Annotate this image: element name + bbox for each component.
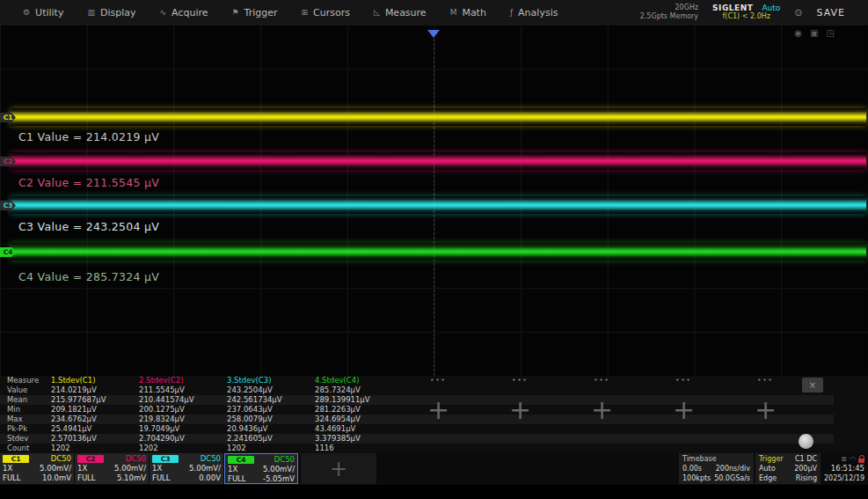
channel-box-c3[interactable]: C3DC501X5.00mV/FULL0.00V <box>150 453 223 484</box>
close-measure-panel-button[interactable]: × <box>802 378 823 393</box>
trigger-mode: Auto <box>759 464 776 473</box>
channel-value-label-c4: C4 Value = 285.7324 μV <box>18 270 159 283</box>
measure-cell: 242.561734μV <box>227 395 313 405</box>
add-measurement-button[interactable]: + <box>479 397 561 423</box>
menu-label: Cursors <box>313 7 350 18</box>
trace-c2[interactable] <box>11 152 866 170</box>
menu-item-measure[interactable]: ◺Measure <box>374 7 427 18</box>
cursors-icon: ⊞ <box>302 8 309 17</box>
channel-scale: 5.00mV/ <box>40 464 71 473</box>
add-measurement-button[interactable]: + <box>398 397 479 423</box>
measure-empty-slot[interactable]: •••+ <box>479 376 561 453</box>
measure-empty-slot[interactable]: •••+ <box>561 376 643 453</box>
trigger-source: C1 DC <box>795 454 817 464</box>
utility-icon: ⚙ <box>23 8 30 17</box>
channel-box-c1[interactable]: C1DC501X5.00mV/FULL10.0mV <box>0 453 74 484</box>
channel-value-label-c1: C1 Value = 214.0219 μV <box>18 130 159 143</box>
lock-icon <box>858 459 864 463</box>
channel-bandwidth: FULL <box>152 473 171 483</box>
trigger-icon: ⚑ <box>232 8 239 17</box>
measure-cell: 258.0079μV <box>227 415 313 424</box>
trigger-panel[interactable]: Trigger C1 DC Auto 200μV Edge Rising <box>755 453 821 484</box>
slot-menu-icon[interactable]: ••• <box>561 377 643 384</box>
measure-panel: MeasureValueMeanMinMaxPk-PkStdevCount 1.… <box>0 376 868 453</box>
measure-cell: 214.0219μV <box>51 385 137 395</box>
measure-cell: 237.0643μV <box>227 405 313 415</box>
channel-attenuation: 1X <box>77 464 87 473</box>
trigger-position-indicator[interactable] <box>427 30 440 38</box>
menu-items: ⚙Utility▥Display∿Acquire⚑Trigger⊞Cursors… <box>23 7 558 18</box>
brand-block: SIGLENT Auto f(C1) < 2.0Hz <box>712 4 780 21</box>
channel-scale: 5.00mV/ <box>263 465 295 474</box>
slot-menu-icon[interactable]: ••• <box>725 377 806 384</box>
menu-item-acquire[interactable]: ∿Acquire <box>160 7 208 18</box>
camera-icon[interactable]: ◉ <box>794 28 802 38</box>
channel-bandwidth: FULL <box>3 473 21 483</box>
channel-box-c4[interactable]: C4DC501X5.00mV/FULL-5.05mV <box>224 453 298 484</box>
trace-c1[interactable] <box>11 108 866 126</box>
channel-offset: 0.00V <box>199 473 221 483</box>
trace-c3[interactable] <box>11 196 866 214</box>
measure-row-label: Mean <box>7 395 49 405</box>
menu-label: Measure <box>385 7 427 18</box>
add-channel-button[interactable]: + <box>301 453 376 484</box>
channel-bandwidth: FULL <box>77 473 96 483</box>
menu-item-utility[interactable]: ⚙Utility <box>23 7 63 18</box>
slot-menu-icon[interactable]: ••• <box>479 377 561 384</box>
menu-item-cursors[interactable]: ⊞Cursors <box>302 7 350 18</box>
measure-column-2[interactable]: 2.Stdev(C2)211.5545μV210.441574μV200.127… <box>139 376 225 453</box>
timebase-panel[interactable]: Timebase 0.00s 200ns/div 100kpts 50.0GSa… <box>679 453 754 484</box>
slot-menu-icon[interactable]: ••• <box>643 377 725 384</box>
measure-cell: 234.6762μV <box>51 415 137 424</box>
add-measurement-button[interactable]: + <box>561 397 643 423</box>
fullscreen-icon[interactable]: ▣ <box>810 28 818 38</box>
display-tool-icons: ◉▣◳ <box>794 28 835 38</box>
add-measurement-button[interactable]: + <box>725 397 806 423</box>
measure-cell: 1202 <box>139 444 225 453</box>
measure-cell: 2.241605μV <box>227 434 313 444</box>
status-right: 20GHz 2.5Gpts Memory SIGLENT Auto f(C1) … <box>640 4 857 21</box>
waveform-display[interactable]: ◉▣◳ C1C1 Value = 214.0219 μVC2C2 Value =… <box>0 25 868 376</box>
timebase-scale: 200ns/div <box>716 464 750 473</box>
timebase-samplerate: 50.0GSa/s <box>714 473 750 483</box>
measure-cell: 281.2263μV <box>315 405 401 415</box>
measure-cell: 2.570136μV <box>51 434 137 444</box>
menu-label: Trigger <box>244 7 278 18</box>
measure-empty-slot[interactable]: •••+ <box>643 376 725 453</box>
measure-cell: 285.7324μV <box>315 385 401 395</box>
channel-attenuation: 1X <box>152 464 162 473</box>
add-measurement-button[interactable]: + <box>643 397 725 423</box>
measure-cell: 215.977687μV <box>51 395 137 405</box>
channel-chip: C1 <box>3 455 29 463</box>
measure-row-labels: MeasureValueMeanMinMaxPk-PkStdevCount <box>7 376 49 453</box>
channel-coupling: DC50 <box>274 455 295 465</box>
menu-item-math[interactable]: MMath <box>450 7 486 18</box>
measure-column-3[interactable]: 3.Stdev(C3)243.2504μV242.561734μV237.064… <box>227 376 313 453</box>
measure-empty-slot[interactable]: •••+ <box>398 376 479 453</box>
measure-panel-handle[interactable] <box>799 434 813 449</box>
window-icon[interactable]: ◳ <box>827 28 835 38</box>
measure-icon: ◺ <box>374 8 380 17</box>
menu-label: Math <box>462 7 486 18</box>
timebase-points: 100kpts <box>682 473 711 483</box>
menu-item-display[interactable]: ▥Display <box>87 7 135 18</box>
menu-label: Analysis <box>518 7 558 18</box>
channel-coupling: DC50 <box>51 454 71 464</box>
channel-chip: C3 <box>152 455 179 463</box>
analysis-icon: ƒ <box>510 8 513 17</box>
slot-menu-icon[interactable]: ••• <box>398 377 479 384</box>
measure-column-4[interactable]: 4.Stdev(C4)285.7324μV289.139911μV281.226… <box>315 376 401 453</box>
save-icon[interactable]: ⊙ <box>794 7 802 18</box>
menu-item-trigger[interactable]: ⚑Trigger <box>232 7 278 18</box>
bandwidth-label: 20GHz <box>675 4 699 12</box>
trigger-type: Edge <box>759 473 777 483</box>
measure-column-1[interactable]: 1.Stdev(C1)214.0219μV215.977687μV209.182… <box>51 376 137 453</box>
save-button[interactable]: SAVE <box>817 7 845 18</box>
menu-item-analysis[interactable]: ƒAnalysis <box>510 7 558 18</box>
channel-chip: C2 <box>77 455 104 463</box>
channel-box-c2[interactable]: C2DC501X5.00mV/FULL5.10mV <box>75 453 149 484</box>
trace-c4[interactable] <box>11 243 866 261</box>
measure-empty-slot[interactable]: •••+ <box>725 376 806 453</box>
measure-cell: 210.441574μV <box>139 395 225 405</box>
measure-cell: 43.4691μV <box>315 424 401 434</box>
